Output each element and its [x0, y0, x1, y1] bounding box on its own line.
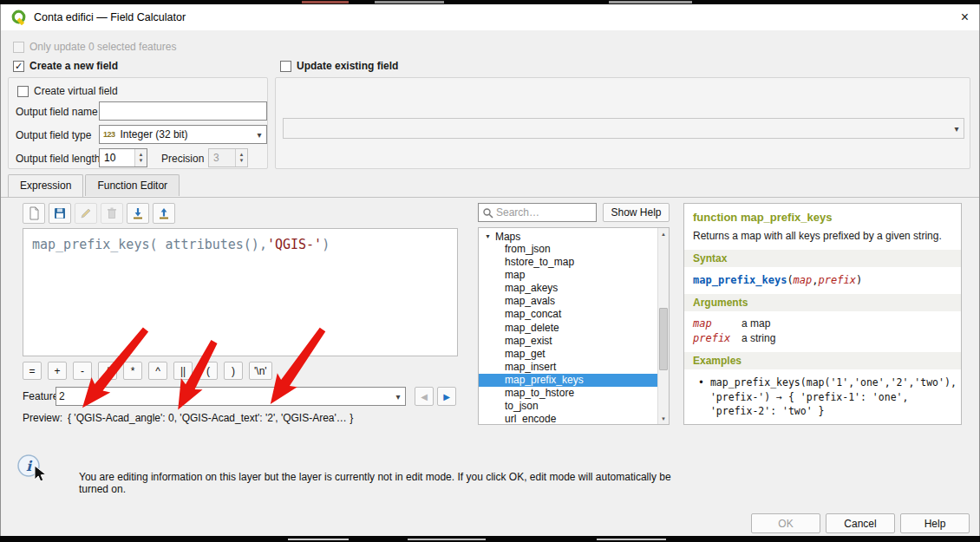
scrollbar-thumb[interactable]: [659, 308, 668, 370]
argument-desc: a string: [742, 332, 952, 344]
tree-item-map_exist[interactable]: map_exist: [479, 335, 669, 348]
operator-button-close-paren[interactable]: ): [224, 362, 243, 380]
tree-item-map_to_hstore[interactable]: map_to_hstore: [479, 387, 669, 400]
tree-item-map_delete[interactable]: map_delete: [479, 322, 669, 335]
tree-item-map_get[interactable]: map_get: [479, 348, 669, 361]
spin-down-icon[interactable]: ▼: [139, 158, 144, 164]
tree-group-maps[interactable]: ▼ Maps: [479, 230, 669, 243]
create-virtual-field-checkbox[interactable]: Create virtual field: [17, 85, 118, 97]
cancel-button[interactable]: Cancel: [826, 513, 895, 533]
syntax-arg-prefix: prefix: [819, 274, 856, 286]
syntax-paren: (: [787, 274, 793, 286]
function-search-box[interactable]: [478, 203, 597, 222]
tab-function-editor[interactable]: Function Editor: [85, 174, 180, 196]
show-help-button[interactable]: Show Help: [603, 203, 670, 222]
preview-value: { 'QGIS-Acad_angle': 0, 'QGIS-Acad_text'…: [68, 412, 353, 424]
argument-desc: a map: [742, 317, 952, 330]
precision-value: 3: [209, 149, 235, 167]
ok-button[interactable]: OK: [751, 513, 820, 533]
tree-item-to_json[interactable]: to_json: [479, 400, 669, 413]
spin-up-icon[interactable]: ▲: [139, 152, 144, 158]
precision-spinner: 3 ▲▼: [208, 148, 248, 167]
feature-row: Feature 2 ▾ ◀ ▶: [23, 387, 458, 406]
operator-button-power[interactable]: ^: [148, 362, 167, 380]
tree-item-map_prefix_keys[interactable]: map_prefix_keys: [479, 374, 669, 387]
operator-button-minus[interactable]: -: [73, 362, 92, 380]
new-field-group: Create virtual field Output field name O…: [8, 77, 268, 169]
background-fragment: [408, 539, 486, 540]
help-examples-heading: Examples: [684, 352, 961, 369]
pencil-icon: [79, 206, 93, 220]
output-field-length-spinner[interactable]: 10 ▲▼: [99, 148, 147, 167]
function-tree[interactable]: ▼ Maps from_json hstore_to_map map map_a…: [478, 227, 670, 425]
new-expression-button[interactable]: [23, 203, 45, 224]
operator-button-multiply[interactable]: *: [123, 362, 142, 380]
edit-expression-button: [75, 203, 97, 224]
tree-item-map_insert[interactable]: map_insert: [479, 361, 669, 374]
search-input[interactable]: [496, 206, 592, 219]
tree-item-url_encode[interactable]: url_encode: [479, 413, 669, 425]
expression-editor[interactable]: map_prefix_keys( attributes(),'QGIS-'): [23, 228, 458, 356]
title-bar[interactable]: Conta edifici — Field Calculator ×: [1, 4, 979, 30]
caret-down-icon[interactable]: ▼: [485, 233, 491, 239]
spinner-arrows[interactable]: ▲▼: [134, 149, 147, 167]
save-icon: [53, 206, 67, 220]
syntax-comma: ,: [812, 274, 818, 286]
mouse-cursor: [35, 466, 46, 481]
tree-scrollbar[interactable]: ▲ ▼: [657, 228, 669, 424]
output-field-type-combo[interactable]: 123 Integer (32 bit) ▾: [99, 125, 267, 144]
tree-item-from_json[interactable]: from_json: [479, 243, 669, 256]
expression-function: map_prefix_keys: [32, 237, 149, 252]
create-new-field-checkbox[interactable]: ✓ Create a new field: [13, 60, 118, 72]
save-expression-button[interactable]: [49, 203, 71, 224]
new-file-icon: [27, 206, 41, 220]
expression-paren: ): [322, 237, 330, 252]
syntax-paren: ): [856, 274, 862, 286]
expression-paren: (),: [244, 237, 267, 252]
tree-item-hstore_to_map[interactable]: hstore_to_map: [479, 256, 669, 269]
checkbox-box: [17, 86, 29, 97]
tree-item-map_akeys[interactable]: map_akeys: [479, 282, 669, 295]
spin-down-icon: ▼: [239, 158, 245, 164]
chevron-down-icon: ▾: [391, 392, 405, 402]
update-existing-field-checkbox[interactable]: Update existing field: [280, 60, 398, 72]
trash-icon: [105, 206, 119, 220]
close-icon[interactable]: ×: [961, 10, 969, 24]
tree-item-map_concat[interactable]: map_concat: [479, 308, 669, 321]
help-arguments-table: map a map prefix a string: [684, 311, 961, 352]
example-code: map_prefix_keys(map('1','one','2','two')…: [710, 375, 957, 419]
only-update-selected-checkbox: Only update 0 selected features: [13, 41, 176, 53]
example-item: • map_prefix_keys(map('1','one','2','two…: [698, 375, 952, 419]
argument-name: prefix: [693, 332, 742, 344]
operator-button-open-paren[interactable]: (: [199, 362, 218, 380]
tab-expression[interactable]: Expression: [8, 174, 83, 197]
output-field-name-input[interactable]: [99, 101, 267, 121]
chevron-down-icon: ▾: [950, 124, 964, 134]
checkbox-label: Create a new field: [29, 60, 118, 72]
checkbox-box: [280, 61, 291, 72]
import-expressions-button[interactable]: [127, 203, 149, 224]
export-expressions-button[interactable]: [153, 203, 175, 224]
window-title: Conta edifici — Field Calculator: [34, 11, 186, 23]
background-fragment: [597, 539, 666, 540]
help-button[interactable]: Help: [900, 513, 970, 533]
integer-type-icon: 123: [103, 130, 115, 139]
operator-button-divide[interactable]: /: [98, 362, 117, 380]
background-fragment: [302, 1, 349, 3]
tree-item-map[interactable]: map: [479, 269, 669, 282]
length-value: 10: [100, 149, 134, 167]
scroll-down-icon[interactable]: ▼: [658, 413, 669, 424]
operator-button-plus[interactable]: +: [48, 362, 67, 380]
operator-button-equals[interactable]: =: [23, 362, 42, 380]
operator-button-newline[interactable]: '\n': [249, 362, 272, 380]
scroll-up-icon[interactable]: ▲: [658, 228, 669, 239]
spin-up-icon: ▲: [239, 152, 245, 158]
function-help-panel: function map_prefix_keys Returns a map w…: [683, 203, 962, 425]
tree-item-map_avals[interactable]: map_avals: [479, 295, 669, 308]
operator-button-concat[interactable]: ||: [173, 362, 193, 380]
feature-label: Feature: [23, 390, 58, 402]
background-fragment: [609, 1, 692, 3]
bullet-icon: •: [698, 375, 704, 419]
next-feature-button[interactable]: ▶: [437, 387, 456, 406]
feature-combo[interactable]: 2 ▾: [56, 387, 406, 406]
